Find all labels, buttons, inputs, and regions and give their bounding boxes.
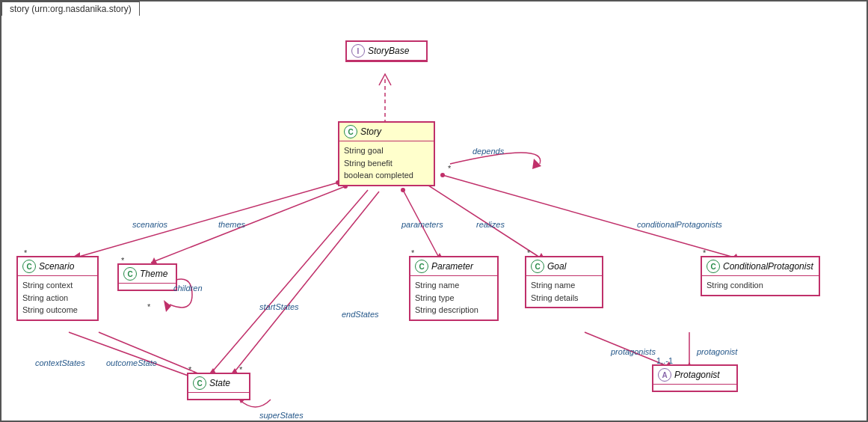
state-stereo: C: [193, 376, 206, 390]
scenario-name: Scenario: [39, 261, 74, 272]
label-parameters: parameters: [401, 220, 443, 229]
state-class[interactable]: C State: [187, 373, 250, 400]
label-protagonists: protagonists: [611, 347, 656, 356]
scenario-field-3: String outcome: [22, 304, 93, 316]
mult-state-startend: *: [188, 365, 191, 374]
mult-theme: *: [121, 256, 124, 265]
mult-parameter: *: [411, 248, 414, 257]
conditionalprotagonist-stereo: C: [707, 260, 720, 273]
theme-name: Theme: [140, 269, 167, 279]
goal-field-1: String name: [531, 279, 597, 292]
parameter-body: String name String type String descripti…: [410, 276, 497, 319]
story-class[interactable]: C Story String goal String benefit boole…: [338, 121, 435, 186]
story-field-1: String goal: [344, 144, 429, 157]
theme-body: [119, 284, 176, 290]
mult-state2: *: [239, 365, 242, 374]
label-depends: depends: [473, 147, 504, 156]
mult-protagonist-1: 1..-1: [656, 356, 673, 365]
svg-marker-18: [164, 300, 171, 312]
storybase-name: StoryBase: [368, 46, 409, 56]
conditionalprotagonist-name: ConditionalProtagonist: [723, 261, 813, 272]
label-scenarios: scenarios: [132, 220, 167, 229]
mult-theme-self: *: [147, 302, 150, 311]
theme-stereo: C: [123, 267, 137, 281]
protagonist-stereo: A: [658, 368, 671, 382]
storybase-header: I StoryBase: [347, 42, 426, 61]
svg-point-15: [440, 173, 445, 177]
scenario-stereo: C: [22, 260, 36, 273]
mult-scenario: *: [24, 248, 27, 257]
diagram-container: story (urn:org.nasdanika.story): [0, 0, 868, 422]
diagram-area: I StoryBase C Story String goal String b…: [1, 18, 867, 421]
storybase-stereo: I: [351, 44, 365, 58]
parameter-field-3: String description: [415, 304, 493, 316]
theme-class[interactable]: C Theme: [117, 263, 177, 291]
story-field-3: boolean completed: [344, 169, 429, 182]
label-children: children: [173, 284, 203, 293]
label-outcomeState: outcomeState: [106, 358, 157, 367]
protagonist-body: [653, 385, 736, 391]
conditionalprotagonist-header: C ConditionalProtagonist: [702, 257, 819, 276]
protagonist-name: Protagonist: [674, 370, 720, 380]
parameter-name: Parameter: [431, 261, 473, 272]
story-stereo: C: [344, 125, 357, 138]
mult-goal: *: [527, 248, 530, 257]
conditionalprotagonist-class[interactable]: C ConditionalProtagonist String conditio…: [701, 256, 820, 296]
goal-header: C Goal: [526, 257, 602, 276]
state-body: [188, 393, 249, 399]
scenario-header: C Scenario: [18, 257, 97, 276]
parameter-field-1: String name: [415, 279, 493, 292]
svg-line-19: [69, 332, 192, 377]
goal-name: Goal: [547, 261, 566, 272]
svg-line-24: [233, 192, 379, 373]
scenario-body: String context String action String outc…: [18, 276, 97, 319]
goal-field-2: String details: [531, 292, 597, 305]
label-realizes: realizes: [476, 220, 505, 229]
svg-line-21: [99, 332, 203, 376]
scenario-field-1: String context: [22, 279, 93, 292]
svg-point-9: [401, 188, 405, 192]
svg-line-5: [151, 186, 345, 263]
label-conditionalprotagonists: conditionalProtagonists: [637, 220, 722, 229]
label-startStates: startStates: [259, 302, 299, 311]
parameter-class[interactable]: C Parameter String name String type Stri…: [409, 256, 499, 321]
story-body: String goal String benefit boolean compl…: [339, 141, 434, 185]
scenario-field-2: String action: [22, 292, 93, 305]
parameter-field-2: String type: [415, 292, 493, 305]
protagonist-class[interactable]: A Protagonist: [652, 364, 738, 392]
diagram-tab[interactable]: story (urn:org.nasdanika.story): [1, 1, 140, 16]
label-contextStates: contextStates: [35, 358, 85, 367]
conditionalprotagonist-field-1: String condition: [707, 279, 814, 292]
goal-class[interactable]: C Goal String name String details: [525, 256, 603, 308]
label-superStates: superStates: [259, 411, 304, 420]
state-header: C State: [188, 374, 249, 393]
parameter-header: C Parameter: [410, 257, 497, 276]
state-name: State: [209, 378, 230, 388]
mult-story: *: [448, 164, 451, 173]
conditionalprotagonist-body: String condition: [702, 276, 819, 295]
story-field-2: String benefit: [344, 157, 429, 170]
protagonist-header: A Protagonist: [653, 366, 736, 385]
parameter-stereo: C: [415, 260, 428, 273]
mult-conditional: *: [703, 248, 706, 257]
scenario-class[interactable]: C Scenario String context String action …: [16, 256, 99, 321]
label-endStates: endStates: [342, 310, 379, 319]
label-themes: themes: [218, 220, 245, 229]
svg-line-22: [211, 190, 368, 373]
label-protagonist-rel: protagonist: [697, 347, 737, 356]
story-header: C Story: [339, 123, 434, 141]
goal-body: String name String details: [526, 276, 602, 307]
storybase-class[interactable]: I StoryBase: [345, 40, 428, 62]
svg-line-2: [76, 183, 338, 257]
theme-header: C Theme: [119, 265, 176, 284]
svg-marker-17: [532, 159, 541, 169]
goal-stereo: C: [531, 260, 544, 273]
svg-line-14: [443, 175, 734, 257]
story-name: Story: [360, 126, 381, 137]
